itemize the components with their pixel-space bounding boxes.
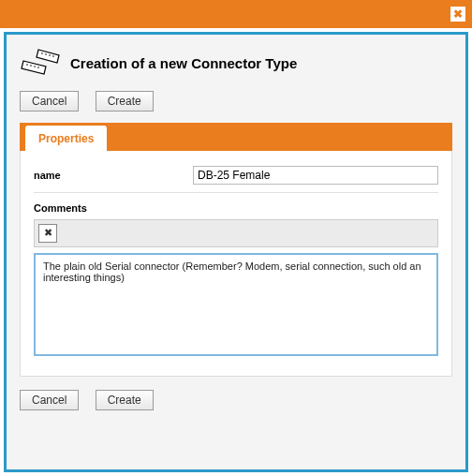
tab-properties[interactable]: Properties (25, 126, 107, 151)
svg-point-3 (45, 53, 47, 55)
close-icon[interactable]: ✖ (450, 6, 466, 22)
svg-marker-0 (37, 50, 59, 63)
dialog-window: ✖ Creation of a new Connector Type C (0, 0, 472, 476)
comments-textarea[interactable] (34, 253, 438, 356)
svg-marker-1 (22, 61, 46, 74)
tab-strip: Properties (20, 123, 452, 151)
cancel-button[interactable]: Cancel (20, 91, 79, 112)
svg-point-5 (52, 55, 54, 57)
bottom-button-row: Cancel Create (20, 390, 452, 410)
dialog-frame: Creation of a new Connector Type Cancel … (4, 32, 468, 472)
name-label: name (34, 170, 193, 181)
connector-icon (20, 48, 61, 78)
clear-icon[interactable]: ✖ (38, 224, 57, 243)
tab-body-properties: name Comments ✖ (20, 151, 452, 377)
cancel-button-bottom[interactable]: Cancel (20, 390, 79, 410)
svg-point-2 (41, 52, 43, 54)
comments-label: Comments (34, 202, 438, 214)
top-button-row: Cancel Create (20, 91, 452, 112)
svg-point-6 (26, 64, 28, 66)
header: Creation of a new Connector Type (20, 48, 452, 78)
name-input[interactable] (193, 166, 438, 185)
create-button-bottom[interactable]: Create (96, 390, 154, 410)
svg-point-7 (30, 65, 32, 67)
page-title: Creation of a new Connector Type (70, 55, 297, 71)
field-name-row: name (34, 166, 438, 193)
create-button[interactable]: Create (96, 91, 154, 112)
svg-point-4 (49, 54, 51, 56)
comments-toolbar: ✖ (34, 219, 438, 247)
svg-point-8 (34, 66, 36, 67)
titlebar: ✖ (0, 0, 472, 28)
svg-point-9 (37, 67, 39, 68)
